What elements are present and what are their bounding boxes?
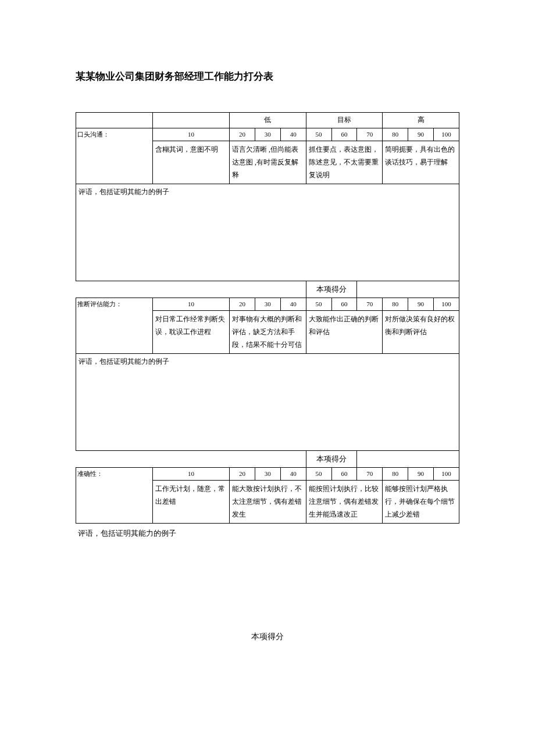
desc-cell: 对事物有大概的判断和评估，缺乏方法和手段，结果不能十分可信 [230, 311, 306, 354]
score-cell: 70 [357, 298, 383, 311]
header-target: 目标 [306, 113, 383, 128]
score-cell: 70 [357, 128, 383, 141]
score-cell: 30 [255, 128, 280, 141]
comment-cell[interactable]: 评语，包括证明其能力的例子 [76, 354, 459, 451]
score-cell: 40 [280, 467, 306, 481]
score-cell: 40 [280, 298, 306, 311]
header-blank [153, 113, 230, 128]
desc-cell: 能够按照计划严格执行，并确保在每个细节上减少差错 [383, 481, 459, 524]
subscore-value[interactable] [357, 451, 459, 467]
desc-cell: 工作无计划，随意，常出差错 [153, 481, 230, 524]
header-low: 低 [230, 113, 306, 128]
desc-cell: 对日常工作经常判断失误，耽误工作进程 [153, 311, 230, 354]
desc-cell: 对所做决策有良好的权衡和判断评估 [383, 311, 459, 354]
score-cell: 80 [383, 467, 408, 481]
desc-cell: 抓住要点，表达意图，陈述意见，不太需要重复说明 [306, 141, 383, 184]
header-blank [76, 113, 153, 128]
score-cell: 10 [153, 298, 230, 311]
score-cell: 50 [306, 128, 331, 141]
score-cell: 90 [408, 467, 434, 481]
score-cell: 100 [434, 128, 459, 141]
page-title: 某某物业公司集团财务部经理工作能力打分表 [76, 70, 459, 83]
score-cell: 100 [434, 298, 459, 311]
score-cell: 60 [331, 467, 357, 481]
subscore-value[interactable] [357, 281, 459, 298]
comment-cell[interactable]: 评语，包括证明其能力的例子 [76, 184, 459, 281]
comment-outside: 评语，包括证明其能力的例子 [76, 524, 459, 539]
score-cell: 20 [230, 298, 255, 311]
score-cell: 20 [230, 128, 255, 141]
score-cell: 60 [331, 298, 357, 311]
section-label: 准确性： [76, 467, 153, 524]
score-cell: 100 [434, 467, 459, 481]
score-cell: 80 [383, 298, 408, 311]
score-cell: 60 [331, 128, 357, 141]
header-high: 高 [383, 113, 459, 128]
subscore-label: 本项得分 [306, 281, 357, 298]
subscore-outside: 本项得分 [76, 632, 459, 642]
score-cell: 90 [408, 128, 434, 141]
score-cell: 50 [306, 467, 331, 481]
desc-cell: 能按照计划执行，比较注意细节，偶有差错发生并能迅速改正 [306, 481, 383, 524]
section-label: 推断评估能力： [76, 298, 153, 354]
score-cell: 40 [280, 128, 306, 141]
blank-cell [76, 451, 306, 467]
score-cell: 70 [357, 467, 383, 481]
score-cell: 10 [153, 128, 230, 141]
desc-cell: 简明扼要，具有出色的谈话技巧，易于理解 [383, 141, 459, 184]
scoring-table: 低 目标 高 口头沟通： 10 20 30 40 50 60 70 80 90 … [76, 112, 459, 524]
subscore-label: 本项得分 [306, 451, 357, 467]
score-cell: 30 [255, 298, 280, 311]
score-cell: 90 [408, 298, 434, 311]
blank-cell [76, 281, 306, 298]
desc-cell: 语言欠清晰 ,但尚能表达意图 ,有时需反复解释 [230, 141, 306, 184]
section-label: 口头沟通： [76, 128, 153, 184]
score-cell: 10 [153, 467, 230, 481]
desc-cell: 大致能作出正确的判断和评估 [306, 311, 383, 354]
score-cell: 80 [383, 128, 408, 141]
desc-cell: 含糊其词，意图不明 [153, 141, 230, 184]
score-cell: 50 [306, 298, 331, 311]
desc-cell: 能大致按计划执行，不太注意细节，偶有差错发生 [230, 481, 306, 524]
score-cell: 30 [255, 467, 280, 481]
score-cell: 20 [230, 467, 255, 481]
